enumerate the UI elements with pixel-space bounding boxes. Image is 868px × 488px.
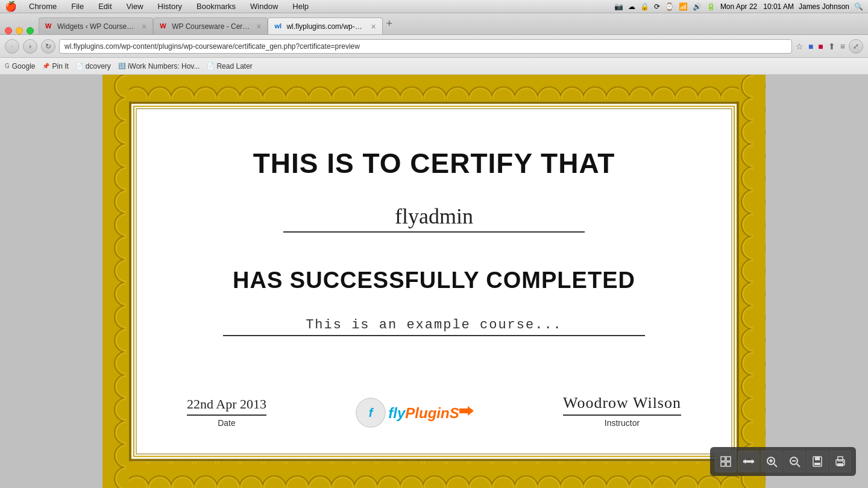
bookmark-dcovery[interactable]: 📄 dcovery <box>76 62 111 70</box>
menu-file[interactable]: File <box>69 2 86 11</box>
svg-point-43 <box>843 461 844 463</box>
tab1-favicon: W <box>45 22 54 31</box>
dcovery-icon: 📄 <box>76 63 83 69</box>
svg-rect-26 <box>726 462 731 466</box>
logo-plugins: PluginS <box>405 405 459 421</box>
zoom-out-button[interactable] <box>784 451 805 472</box>
instructor-section: Woodrow Wilson Instructor <box>563 394 681 428</box>
menu-watch-icon: ⌚ <box>665 2 674 11</box>
menu-volume-icon: 🔊 <box>693 2 702 11</box>
student-name: flyadmin <box>283 204 585 229</box>
svg-rect-24 <box>726 457 731 461</box>
menu-bar: 🍎 Chrome File Edit View History Bookmark… <box>0 0 868 13</box>
tab-certificate[interactable]: wl wl.flyplugins.com/wp-con... × <box>268 17 382 34</box>
tab2-favicon: W <box>160 22 168 31</box>
svg-marker-29 <box>752 459 754 464</box>
bookmark-iwork-label: iWork Numbers: Hov... <box>128 62 200 70</box>
svg-rect-5 <box>102 75 766 101</box>
bookmark-iwork[interactable]: 🔢 iWork Numbers: Hov... <box>118 62 200 70</box>
extension1-icon[interactable]: ■ <box>808 42 813 51</box>
svg-rect-14 <box>129 101 739 104</box>
svg-rect-11 <box>739 75 766 488</box>
logo-fly: fly <box>388 405 405 421</box>
chrome-window: W Widgets ‹ WP Courseware... × W WP Cour… <box>0 13 868 488</box>
zoom-in-button[interactable] <box>761 451 782 472</box>
menu-icon[interactable]: ≡ <box>840 42 845 51</box>
bookmark-google[interactable]: G Google <box>5 62 35 70</box>
tab3-title: wl.flyplugins.com/wp-con... <box>286 22 365 31</box>
window-close-button[interactable] <box>5 27 12 34</box>
svg-rect-39 <box>814 463 820 465</box>
bookmark-star-icon[interactable]: ☆ <box>796 42 804 51</box>
svg-rect-41 <box>838 457 843 461</box>
extension2-icon[interactable]: ■ <box>818 42 823 51</box>
iwork-icon: 🔢 <box>118 63 125 69</box>
fit-page-button[interactable] <box>715 451 737 472</box>
certificate-content: THIS IS TO CERTIFY THAT flyadmin HAS SUC… <box>139 111 729 452</box>
menu-search-icon[interactable]: 🔍 <box>854 2 863 11</box>
course-name: This is an example course... <box>223 318 645 333</box>
bookmark-readlater-label: Read Later <box>216 62 252 70</box>
instructor-signature: Woodrow Wilson <box>563 394 681 416</box>
reload-button[interactable]: ↻ <box>41 39 55 54</box>
student-name-container: flyadmin <box>283 204 585 233</box>
certificate-subtitle: HAS SUCCESSFULLY COMPLETED <box>233 267 635 293</box>
window-minimize-button[interactable] <box>16 27 23 34</box>
logo-icon: f <box>356 398 386 428</box>
pinit-icon: 📌 <box>42 63 49 69</box>
tab1-close-button[interactable]: × <box>142 22 146 31</box>
tab-widgets[interactable]: W Widgets ‹ WP Courseware... × <box>39 17 153 34</box>
menu-battery-icon: 🔋 <box>706 2 715 11</box>
menu-chrome[interactable]: Chrome <box>27 2 59 11</box>
address-text: wl.flyplugins.com/wp-content/plugins/wp-… <box>64 42 360 51</box>
svg-line-33 <box>774 464 777 467</box>
tab3-close-button[interactable]: × <box>371 22 376 31</box>
svg-rect-23 <box>721 457 725 461</box>
menu-cloud-icon: ☁ <box>628 2 635 11</box>
menu-user: James Johnson <box>799 2 849 11</box>
menu-history[interactable]: History <box>156 2 184 11</box>
menu-bookmarks[interactable]: Bookmarks <box>194 2 238 11</box>
svg-rect-16 <box>129 101 131 461</box>
bookmark-pinit[interactable]: 📌 Pin It <box>42 62 68 70</box>
nav-bar: ‹ › ↻ wl.flyplugins.com/wp-content/plugi… <box>0 35 868 58</box>
svg-rect-17 <box>737 101 739 461</box>
forward-button[interactable]: › <box>23 39 37 54</box>
menu-camera-icon: 📷 <box>614 2 623 11</box>
instructor-label: Instructor <box>563 418 681 428</box>
course-name-container: This is an example course... <box>223 318 645 336</box>
svg-rect-25 <box>721 462 725 466</box>
tab-bar-left <box>5 27 39 34</box>
window-maximize-button[interactable] <box>27 27 34 34</box>
nav-icons: ☆ ■ ■ ⬆ ≡ <box>796 42 845 51</box>
print-button[interactable] <box>829 451 851 472</box>
menu-help[interactable]: Help <box>290 2 311 11</box>
logo-arrow-icon <box>459 404 474 418</box>
content-area: THIS IS TO CERTIFY THAT flyadmin HAS SUC… <box>0 75 868 488</box>
back-button[interactable]: ‹ <box>5 39 19 54</box>
svg-rect-42 <box>837 463 843 466</box>
address-bar[interactable]: wl.flyplugins.com/wp-content/plugins/wp-… <box>59 39 792 54</box>
bookmarks-bar: G Google 📌 Pin It 📄 dcovery 🔢 iWork Numb… <box>0 58 868 75</box>
tab-courseware[interactable]: W WP Courseware - Certifica... × <box>153 17 268 34</box>
tab2-close-button[interactable]: × <box>256 22 261 31</box>
bookmark-readlater[interactable]: 📄 Read Later <box>207 62 252 70</box>
apple-menu[interactable]: 🍎 <box>5 1 17 12</box>
menu-window[interactable]: Window <box>248 2 280 11</box>
menu-wifi-icon: 📶 <box>679 2 688 11</box>
menu-datetime: Mon Apr 22 10:01 AM <box>720 2 794 11</box>
window-controls <box>5 27 34 34</box>
fit-width-button[interactable] <box>738 451 760 472</box>
logo-section: f fly PluginS <box>356 398 473 428</box>
date-label: Date <box>187 418 266 428</box>
menu-view[interactable]: View <box>124 2 146 11</box>
readlater-icon: 📄 <box>207 63 214 69</box>
menu-edit[interactable]: Edit <box>96 2 114 11</box>
expand-button[interactable]: ⤢ <box>849 39 863 54</box>
date-value: 22nd Apr 2013 <box>187 396 266 416</box>
save-button[interactable] <box>807 451 828 472</box>
new-tab-button[interactable]: + <box>383 17 397 30</box>
svg-rect-38 <box>815 457 820 460</box>
share-icon[interactable]: ⬆ <box>828 42 835 51</box>
certificate-footer: 22nd Apr 2013 Date f <box>187 358 681 428</box>
